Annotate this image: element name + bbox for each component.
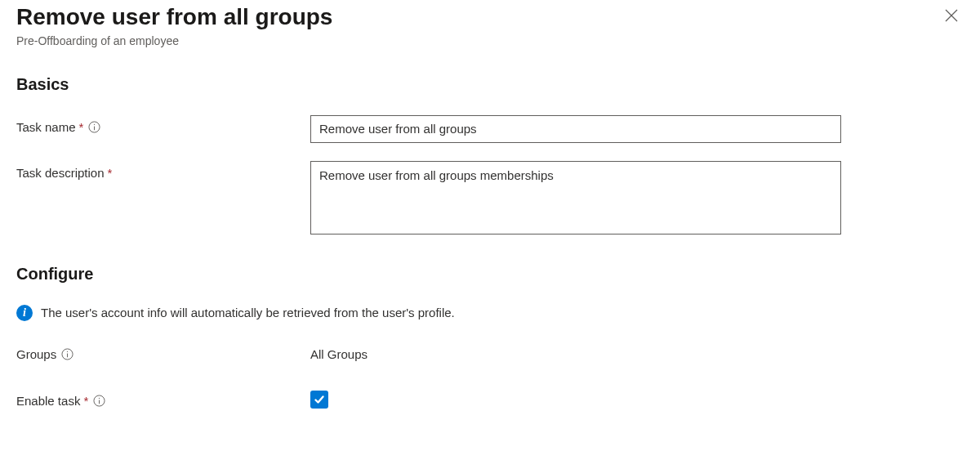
required-marker: * xyxy=(83,394,88,408)
svg-point-3 xyxy=(94,123,95,124)
info-icon[interactable] xyxy=(61,348,74,360)
enable-task-label: Enable task xyxy=(16,394,80,408)
required-marker: * xyxy=(108,166,113,180)
task-description-input[interactable] xyxy=(310,161,841,234)
groups-label: Groups xyxy=(16,347,56,361)
basics-heading: Basics xyxy=(16,75,964,94)
svg-point-9 xyxy=(99,397,100,398)
close-button[interactable] xyxy=(939,3,964,28)
configure-heading: Configure xyxy=(16,265,964,284)
info-icon[interactable] xyxy=(88,121,100,133)
task-name-input[interactable] xyxy=(310,115,841,143)
groups-value: All Groups xyxy=(310,342,841,361)
info-icon[interactable] xyxy=(93,395,105,407)
info-banner-text: The user's account info will automatical… xyxy=(41,306,455,319)
page-subtitle: Pre-Offboarding of an employee xyxy=(16,34,332,47)
required-marker: * xyxy=(79,120,84,134)
checkmark-icon xyxy=(314,394,325,405)
info-banner-icon: i xyxy=(16,305,33,321)
enable-task-checkbox[interactable] xyxy=(310,391,328,409)
task-name-label: Task name xyxy=(16,120,76,134)
page-title: Remove user from all groups xyxy=(16,3,332,31)
close-icon xyxy=(944,8,959,23)
svg-point-6 xyxy=(67,351,68,351)
task-description-label: Task description xyxy=(16,166,105,180)
